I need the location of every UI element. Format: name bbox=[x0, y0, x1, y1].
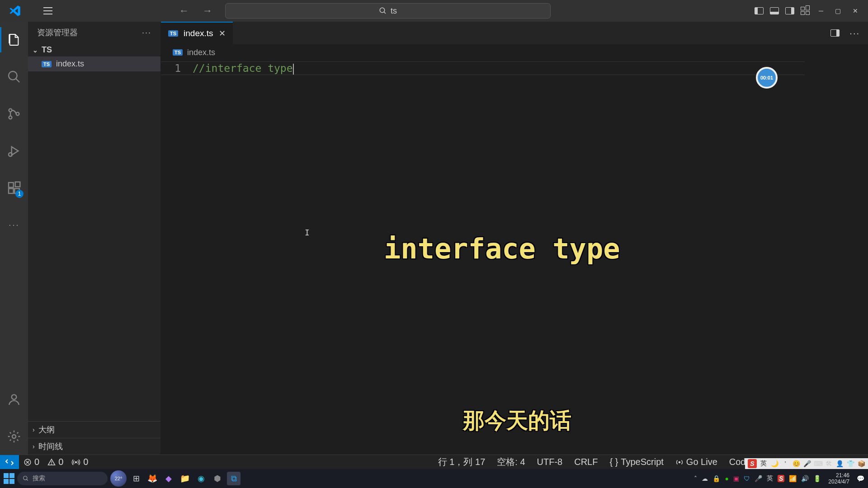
tray-wifi-icon[interactable]: 📶 bbox=[789, 475, 797, 482]
edge-icon[interactable]: ◉ bbox=[194, 472, 208, 485]
task-view-icon[interactable]: ⊞ bbox=[129, 472, 143, 485]
ime-skin-icon[interactable]: 👕 bbox=[846, 460, 854, 467]
sidebar-title: 资源管理器 bbox=[37, 27, 78, 38]
explorer-icon[interactable] bbox=[0, 27, 28, 52]
ime-smile-icon[interactable]: 😊 bbox=[792, 460, 800, 467]
status-ports[interactable]: 0 bbox=[71, 457, 88, 467]
sidebar-more-icon[interactable]: ··· bbox=[142, 28, 151, 38]
close-tab-icon[interactable]: ✕ bbox=[219, 28, 226, 38]
timeline-label: 时间线 bbox=[38, 441, 63, 452]
breadcrumb[interactable]: TS index.ts bbox=[161, 44, 868, 61]
remote-icon[interactable] bbox=[0, 455, 19, 469]
ime-moon-icon[interactable]: 🌙 bbox=[770, 460, 778, 467]
outline-section[interactable]: › 大纲 bbox=[28, 421, 160, 438]
ime-lang[interactable]: 英 bbox=[760, 460, 768, 468]
text-cursor bbox=[293, 64, 294, 75]
search-bar[interactable]: ts bbox=[225, 3, 551, 19]
clock-date: 2024/4/7 bbox=[828, 479, 849, 485]
nav-forward-icon[interactable]: → bbox=[203, 5, 212, 17]
firefox-icon[interactable]: 🦊 bbox=[146, 472, 159, 485]
account-icon[interactable] bbox=[0, 387, 28, 412]
taskbar-search-placeholder: 搜索 bbox=[33, 474, 45, 483]
svg-rect-9 bbox=[9, 183, 14, 188]
layout-grid-icon[interactable] bbox=[801, 7, 810, 15]
overlay-title: interface type bbox=[384, 232, 620, 265]
status-language[interactable]: { } TypeScript bbox=[609, 457, 663, 467]
tray-volume-icon[interactable]: 🔊 bbox=[801, 475, 809, 482]
ime-comma-icon[interactable]: ' bbox=[781, 460, 789, 467]
code-text: //interface type bbox=[193, 62, 293, 74]
ts-file-icon: TS bbox=[42, 61, 52, 67]
tray-cloud-icon[interactable]: ☁ bbox=[702, 475, 708, 482]
ime-mic-icon[interactable]: 🎤 bbox=[803, 460, 811, 467]
port-count: 0 bbox=[83, 457, 88, 467]
vscode-taskbar-icon[interactable]: ⧉ bbox=[227, 472, 241, 485]
folder-row[interactable]: ⌄ TS bbox=[28, 43, 160, 56]
editor-tab[interactable]: TS index.ts ✕ bbox=[161, 22, 233, 44]
status-encoding[interactable]: UTF-8 bbox=[537, 457, 563, 467]
layout-right-icon[interactable] bbox=[785, 7, 794, 14]
timeline-section[interactable]: › 时间线 bbox=[28, 438, 160, 455]
tab-label: index.ts bbox=[184, 28, 213, 38]
breadcrumb-file: index.ts bbox=[187, 48, 215, 57]
tray-sogou-icon[interactable]: S bbox=[778, 475, 784, 482]
ime-box-icon[interactable]: 📦 bbox=[857, 460, 865, 467]
svg-line-3 bbox=[16, 79, 19, 82]
tray-app-icon[interactable]: ▣ bbox=[733, 475, 739, 482]
ime-keyboard-icon[interactable]: ⌨ bbox=[814, 460, 822, 467]
tray-lang[interactable]: 英 bbox=[767, 474, 773, 483]
app-icon[interactable]: ⬢ bbox=[211, 472, 224, 485]
language-label: TypeScript bbox=[621, 457, 663, 467]
close-button[interactable]: ✕ bbox=[850, 7, 861, 14]
tray-lock-icon[interactable]: 🔒 bbox=[712, 475, 720, 482]
tray-wechat-icon[interactable]: ● bbox=[725, 475, 728, 482]
maximize-button[interactable]: ▢ bbox=[832, 7, 844, 14]
start-button[interactable] bbox=[4, 473, 14, 484]
weather-widget[interactable]: 22° bbox=[110, 470, 127, 487]
tray-notification-icon[interactable]: 💬 bbox=[857, 475, 864, 482]
editor-area: TS index.ts ✕ ··· TS index.ts 1 //interf… bbox=[161, 22, 868, 455]
sidebar-header: 资源管理器 ··· bbox=[28, 22, 160, 43]
file-explorer-icon[interactable]: 📁 bbox=[178, 472, 192, 485]
ime-user-icon[interactable]: 👤 bbox=[835, 460, 844, 467]
menu-icon[interactable] bbox=[43, 7, 52, 14]
golive-label: Go Live bbox=[686, 457, 717, 467]
code-area[interactable]: 1 //interface type I interface type 那今天的… bbox=[161, 61, 868, 455]
nav-back-icon[interactable]: ← bbox=[179, 5, 189, 17]
settings-icon[interactable] bbox=[0, 424, 28, 449]
ime-tool-icon[interactable]: 🛠 bbox=[825, 460, 833, 467]
extensions-icon[interactable]: 1 bbox=[0, 175, 28, 201]
extensions-badge: 1 bbox=[15, 190, 24, 198]
split-editor-icon[interactable] bbox=[830, 29, 840, 37]
layout-bottom-icon[interactable] bbox=[770, 7, 779, 14]
visualstudio-icon[interactable]: ◆ bbox=[162, 472, 175, 485]
more-activity-icon[interactable]: ··· bbox=[0, 212, 28, 238]
ime-toolbar[interactable]: S 英 🌙 ' 😊 🎤 ⌨ 🛠 👤 👕 📦 bbox=[745, 458, 868, 469]
svg-point-5 bbox=[9, 116, 12, 119]
search-activity-icon[interactable] bbox=[0, 64, 28, 89]
status-warnings[interactable]: 0 bbox=[47, 457, 63, 467]
taskbar-search[interactable]: 搜索 bbox=[17, 472, 108, 485]
tray-chevron-icon[interactable]: ˄ bbox=[694, 475, 697, 482]
tray-battery-icon[interactable]: 🔋 bbox=[813, 475, 821, 482]
vscode-logo-icon bbox=[9, 5, 21, 17]
chevron-down-icon: ⌄ bbox=[33, 47, 38, 54]
status-eol[interactable]: CRLF bbox=[574, 457, 598, 467]
status-spaces[interactable]: 空格: 4 bbox=[497, 456, 525, 468]
svg-point-14 bbox=[12, 435, 16, 438]
taskbar-clock[interactable]: 21:46 2024/4/7 bbox=[826, 472, 852, 485]
status-errors[interactable]: 0 bbox=[24, 457, 39, 467]
status-cursor-pos[interactable]: 行 1，列 17 bbox=[438, 456, 485, 468]
file-row[interactable]: TS index.ts bbox=[28, 56, 160, 71]
tray-mic-icon[interactable]: 🎤 bbox=[755, 475, 762, 482]
status-golive[interactable]: Go Live bbox=[675, 457, 717, 467]
tray-defender-icon[interactable]: 🛡 bbox=[744, 475, 750, 482]
minimize-button[interactable]: ─ bbox=[816, 7, 826, 14]
ibeam-cursor-icon: I bbox=[305, 228, 310, 237]
sogou-ime-icon[interactable]: S bbox=[748, 459, 757, 468]
svg-point-6 bbox=[16, 113, 19, 116]
editor-more-icon[interactable]: ··· bbox=[849, 28, 860, 38]
debug-icon[interactable] bbox=[0, 138, 28, 164]
source-control-icon[interactable] bbox=[0, 101, 28, 127]
layout-left-icon[interactable] bbox=[755, 7, 764, 14]
